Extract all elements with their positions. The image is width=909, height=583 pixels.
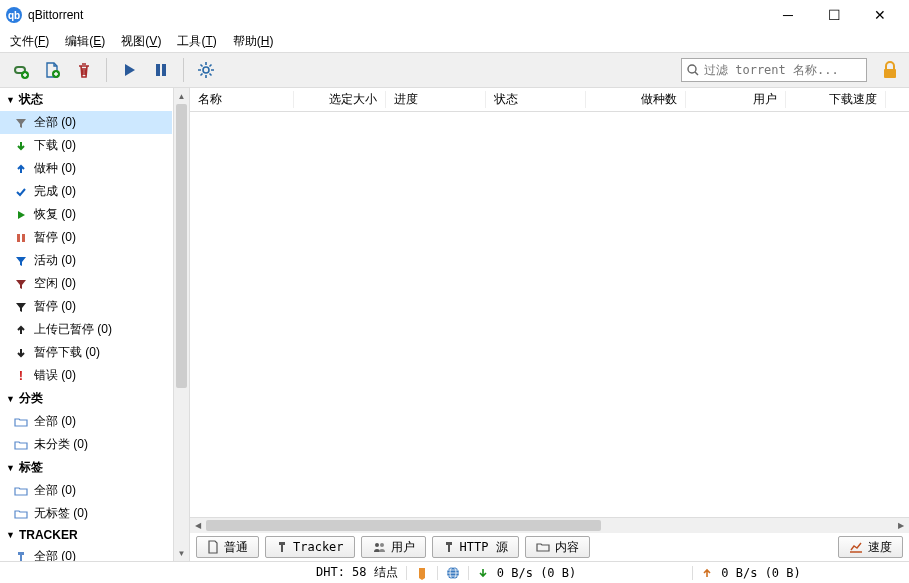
detail-tab-4[interactable]: 内容 xyxy=(525,536,590,558)
column-header[interactable]: 做种数 xyxy=(586,91,686,108)
users-icon xyxy=(372,541,386,553)
svg-point-4 xyxy=(203,67,209,73)
add-file-button[interactable] xyxy=(38,56,66,84)
sidebar-item[interactable]: 全部 (0) xyxy=(0,479,172,502)
svg-rect-3 xyxy=(162,64,166,76)
lock-icon[interactable] xyxy=(879,60,899,80)
toolbar-separator xyxy=(106,58,107,82)
pause-icon xyxy=(14,232,28,244)
filter-icon xyxy=(14,278,28,290)
up-icon xyxy=(14,163,28,175)
sidebar-item-label: 未分类 (0) xyxy=(34,436,88,453)
svg-rect-2 xyxy=(156,64,160,76)
chevron-down-icon: ▼ xyxy=(6,95,15,105)
column-header[interactable]: 下载速度 xyxy=(786,91,886,108)
detail-tab-3[interactable]: HTTP 源 xyxy=(432,536,519,558)
close-button[interactable]: ✕ xyxy=(857,0,903,30)
down-icon xyxy=(14,140,28,152)
sidebar-item[interactable]: 空闲 (0) xyxy=(0,272,172,295)
column-header[interactable]: 进度 xyxy=(386,91,486,108)
download-speed: 0 B/s (0 B) xyxy=(497,566,576,580)
sidebar-item[interactable]: 暂停 (0) xyxy=(0,226,172,249)
tab-label: HTTP 源 xyxy=(460,539,508,556)
scroll-right-icon[interactable]: ▶ xyxy=(893,518,909,533)
menu-item-1[interactable]: 编辑(E) xyxy=(57,31,113,52)
menu-item-4[interactable]: 帮助(H) xyxy=(225,31,282,52)
svg-point-13 xyxy=(375,543,379,547)
menu-item-2[interactable]: 视图(V) xyxy=(113,31,169,52)
svg-rect-10 xyxy=(18,552,24,555)
chart-icon xyxy=(849,541,863,553)
detail-tab-1[interactable]: Tracker xyxy=(265,536,355,558)
sidebar-section-1[interactable]: ▼分类 xyxy=(0,387,172,410)
sidebar-item[interactable]: 做种 (0) xyxy=(0,157,172,180)
sidebar-item[interactable]: 恢复 (0) xyxy=(0,203,172,226)
tab-label: 速度 xyxy=(868,539,892,556)
sidebar-item[interactable]: 未分类 (0) xyxy=(0,433,172,456)
sidebar-item-label: 空闲 (0) xyxy=(34,275,76,292)
chevron-down-icon: ▼ xyxy=(6,394,15,404)
sidebar-item[interactable]: 全部 (0) xyxy=(0,545,172,561)
window-title: qBittorrent xyxy=(28,8,765,22)
tag-icon xyxy=(443,541,455,553)
search-input[interactable] xyxy=(704,63,862,77)
folder-icon xyxy=(14,508,28,520)
settings-button[interactable] xyxy=(192,56,220,84)
search-box[interactable] xyxy=(681,58,867,82)
statusbar: DHT: 58 结点 0 B/s (0 B) 0 B/s (0 B) xyxy=(0,561,909,583)
maximize-button[interactable]: ☐ xyxy=(811,0,857,30)
tab-label: 普通 xyxy=(224,539,248,556)
column-header[interactable]: 名称 xyxy=(190,91,294,108)
search-icon xyxy=(686,63,700,77)
column-header[interactable]: 用户 xyxy=(686,91,786,108)
globe-icon[interactable] xyxy=(446,566,460,580)
up-icon xyxy=(14,324,28,336)
speed-tab[interactable]: 速度 xyxy=(838,536,903,558)
sidebar-item[interactable]: 完成 (0) xyxy=(0,180,172,203)
sidebar-item[interactable]: 暂停 (0) xyxy=(0,295,172,318)
scroll-down-icon[interactable]: ▼ xyxy=(174,545,189,561)
scrollbar-thumb[interactable] xyxy=(206,520,601,531)
detail-tab-0[interactable]: 普通 xyxy=(196,536,259,558)
detail-tab-2[interactable]: 用户 xyxy=(361,536,426,558)
down-arrow-icon xyxy=(477,567,489,579)
sidebar-item-label: 错误 (0) xyxy=(34,367,76,384)
content-area: 名称选定大小进度状态做种数用户下载速度 ◀ ▶ 普通Tracker用户HTTP … xyxy=(190,88,909,561)
chevron-down-icon: ▼ xyxy=(6,530,15,540)
menu-item-3[interactable]: 工具(T) xyxy=(169,31,224,52)
sidebar-item[interactable]: 暂停下载 (0) xyxy=(0,341,172,364)
filter-icon xyxy=(14,301,28,313)
upload-speed: 0 B/s (0 B) xyxy=(721,566,800,580)
tab-label: 内容 xyxy=(555,539,579,556)
sidebar-item-label: 暂停 (0) xyxy=(34,298,76,315)
tab-label: Tracker xyxy=(293,540,344,554)
sidebar-item-label: 下载 (0) xyxy=(34,137,76,154)
scroll-up-icon[interactable]: ▲ xyxy=(174,88,189,104)
horizontal-scrollbar[interactable]: ◀ ▶ xyxy=(190,517,909,533)
sidebar-item-label: 活动 (0) xyxy=(34,252,76,269)
sidebar-item[interactable]: 下载 (0) xyxy=(0,134,172,157)
sidebar-item[interactable]: 无标签 (0) xyxy=(0,502,172,525)
scrollbar-thumb[interactable] xyxy=(176,104,187,388)
sidebar-item[interactable]: 活动 (0) xyxy=(0,249,172,272)
delete-button[interactable] xyxy=(70,56,98,84)
sidebar-item[interactable]: !错误 (0) xyxy=(0,364,172,387)
add-link-button[interactable] xyxy=(6,56,34,84)
sidebar-item-label: 完成 (0) xyxy=(34,183,76,200)
sidebar-scrollbar[interactable]: ▲ ▼ xyxy=(173,88,189,561)
app-icon: qb xyxy=(6,7,22,23)
scroll-left-icon[interactable]: ◀ xyxy=(190,518,206,533)
sidebar-item[interactable]: 上传已暂停 (0) xyxy=(0,318,172,341)
sidebar-section-2[interactable]: ▼标签 xyxy=(0,456,172,479)
sidebar-item[interactable]: 全部 (0) xyxy=(0,111,172,134)
column-header[interactable]: 状态 xyxy=(486,91,586,108)
svg-rect-8 xyxy=(22,234,25,242)
sidebar-item[interactable]: 全部 (0) xyxy=(0,410,172,433)
column-header[interactable]: 选定大小 xyxy=(294,91,386,108)
resume-button[interactable] xyxy=(115,56,143,84)
menu-item-0[interactable]: 文件(F) xyxy=(2,31,57,52)
sidebar-section-0[interactable]: ▼状态 xyxy=(0,88,172,111)
minimize-button[interactable]: ─ xyxy=(765,0,811,30)
pause-button[interactable] xyxy=(147,56,175,84)
sidebar-section-3[interactable]: ▼TRACKER xyxy=(0,525,172,545)
